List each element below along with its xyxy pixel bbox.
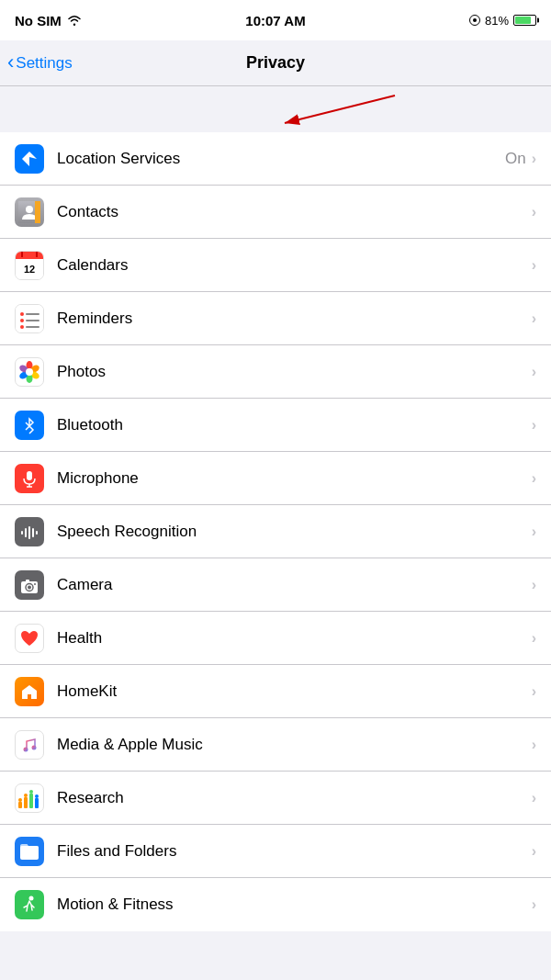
calendars-chevron: › (532, 257, 536, 274)
svg-rect-6 (35, 201, 40, 223)
svg-line-3 (285, 96, 395, 123)
photos-chevron: › (532, 364, 536, 380)
homekit-chevron: › (532, 683, 536, 700)
svg-rect-34 (28, 526, 30, 539)
svg-point-41 (34, 583, 36, 585)
location-services-label: Location Services (57, 150, 505, 168)
wifi-icon (67, 15, 82, 26)
svg-point-49 (24, 794, 28, 797)
location-status-icon (469, 15, 480, 26)
settings-item-speech-recognition[interactable]: Speech Recognition › (0, 505, 551, 558)
location-services-chevron: › (532, 151, 536, 167)
svg-point-13 (20, 312, 24, 316)
svg-point-26 (26, 368, 33, 376)
reminders-label: Reminders (57, 310, 532, 328)
health-chevron: › (532, 630, 536, 647)
settings-item-contacts[interactable]: Contacts › (0, 186, 551, 239)
calendars-label: Calendars (57, 256, 532, 275)
photos-label: Photos (57, 363, 532, 381)
svg-rect-40 (26, 580, 29, 582)
status-bar: No SIM 10:07 AM 81% (0, 0, 551, 40)
svg-rect-47 (35, 798, 39, 808)
media-apple-music-icon (15, 730, 44, 760)
bluetooth-label: Bluetooth (57, 416, 532, 434)
reminders-icon (15, 304, 44, 333)
svg-point-53 (29, 896, 34, 901)
camera-icon (15, 570, 44, 600)
svg-rect-12 (16, 305, 43, 332)
nav-bar: ‹ Settings Privacy (0, 40, 551, 86)
motion-fitness-chevron: › (532, 896, 536, 913)
files-folders-icon (15, 837, 44, 866)
camera-chevron: › (532, 577, 536, 593)
media-apple-music-chevron: › (532, 737, 536, 753)
contacts-label: Contacts (57, 203, 532, 221)
svg-rect-36 (36, 531, 38, 535)
svg-line-28 (26, 426, 29, 430)
settings-item-homekit[interactable]: HomeKit › (0, 665, 551, 718)
page-title: Privacy (246, 53, 305, 73)
back-label: Settings (16, 54, 72, 73)
svg-point-50 (29, 790, 33, 794)
settings-item-calendars[interactable]: 12 Calendars › (0, 239, 551, 292)
svg-rect-44 (18, 802, 22, 808)
settings-item-microphone[interactable]: Microphone › (0, 452, 551, 505)
svg-point-51 (35, 794, 39, 798)
location-services-icon (15, 144, 44, 174)
settings-item-research[interactable]: Research › (0, 772, 551, 825)
research-chevron: › (532, 790, 536, 806)
settings-item-camera[interactable]: Camera › (0, 558, 551, 612)
svg-rect-46 (29, 794, 33, 808)
research-label: Research (57, 789, 532, 807)
microphone-label: Microphone (57, 469, 532, 488)
carrier-label: No SIM (15, 13, 62, 28)
status-left: No SIM (15, 13, 82, 28)
photos-icon (15, 357, 44, 387)
svg-rect-45 (24, 797, 28, 808)
arrow-annotation (0, 86, 551, 132)
svg-text:12: 12 (24, 264, 35, 275)
microphone-chevron: › (532, 470, 536, 487)
speech-recognition-icon (15, 517, 44, 546)
svg-point-15 (20, 319, 24, 322)
location-services-value: On (505, 150, 526, 168)
settings-item-health[interactable]: Health › (0, 612, 551, 665)
battery-icon (513, 15, 536, 26)
svg-point-5 (26, 206, 33, 213)
settings-item-bluetooth[interactable]: Bluetooth › (0, 399, 551, 452)
svg-point-1 (473, 18, 477, 22)
motion-fitness-label: Motion & Fitness (57, 896, 532, 914)
svg-point-42 (24, 747, 28, 751)
homekit-icon (15, 677, 44, 706)
calendars-icon: 12 (15, 251, 44, 280)
health-label: Health (57, 629, 532, 648)
svg-point-39 (28, 585, 31, 589)
settings-item-media-apple-music[interactable]: Media & Apple Music › (0, 718, 551, 772)
svg-point-43 (32, 745, 37, 749)
research-icon (15, 783, 44, 813)
battery-percent: 81% (485, 14, 509, 28)
bluetooth-icon (15, 411, 44, 440)
battery-fill (515, 17, 531, 24)
bluetooth-chevron: › (532, 417, 536, 434)
media-apple-music-label: Media & Apple Music (57, 736, 532, 754)
svg-rect-33 (25, 528, 27, 537)
camera-label: Camera (57, 576, 532, 594)
settings-item-files-folders[interactable]: Files and Folders › (0, 825, 551, 878)
settings-item-motion-fitness[interactable]: Motion & Fitness › (0, 878, 551, 931)
contacts-chevron: › (532, 204, 536, 220)
settings-item-photos[interactable]: Photos › (0, 345, 551, 399)
svg-rect-32 (21, 531, 23, 535)
settings-item-location-services[interactable]: Location Services On › (0, 132, 551, 186)
svg-rect-29 (27, 471, 32, 480)
motion-fitness-icon (15, 890, 44, 919)
settings-item-reminders[interactable]: Reminders › (0, 292, 551, 345)
speech-recognition-chevron: › (532, 524, 536, 540)
svg-point-17 (20, 325, 24, 329)
back-button[interactable]: ‹ Settings (7, 54, 73, 73)
time-label: 10:07 AM (245, 13, 305, 28)
contacts-icon (15, 197, 44, 227)
back-chevron-icon: ‹ (7, 52, 14, 73)
svg-rect-35 (32, 528, 34, 537)
files-folders-chevron: › (532, 843, 536, 860)
